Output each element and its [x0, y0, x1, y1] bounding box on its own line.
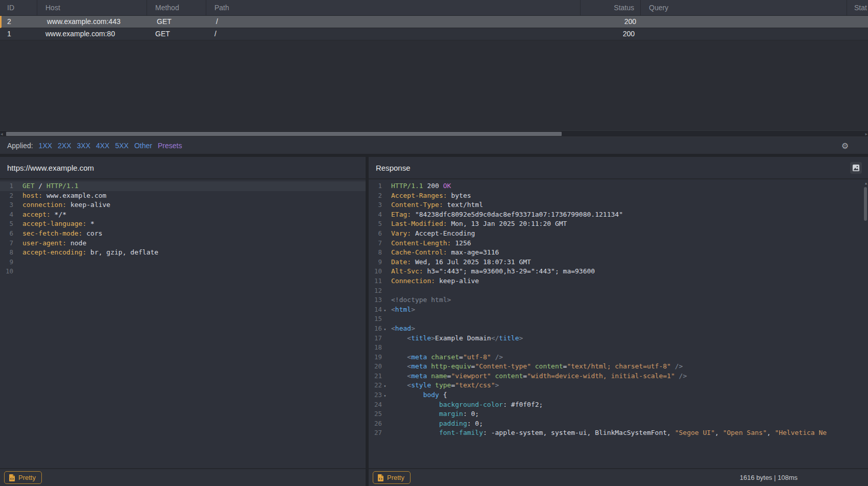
- render-image-button[interactable]: [850, 162, 862, 174]
- code-line: 26 padding: 0;: [369, 419, 868, 429]
- column-header-query[interactable]: Query: [641, 0, 847, 15]
- code-text: <meta name="viewport" content="width=dev…: [391, 372, 687, 381]
- fold-toggle-icon[interactable]: ▾: [382, 390, 388, 400]
- request-editor[interactable]: 1GET / HTTP/1.12host: www.example.com3co…: [0, 180, 366, 468]
- fold-spacer: [382, 200, 388, 210]
- column-header-host[interactable]: Host: [37, 0, 147, 15]
- line-number: 11: [369, 276, 382, 286]
- fold-spacer: [382, 372, 388, 381]
- response-panel-header: Response: [369, 157, 868, 179]
- column-header-status[interactable]: Status: [581, 0, 641, 15]
- response-title: Response: [376, 164, 411, 172]
- fold-spacer: [382, 229, 388, 239]
- table-row[interactable]: 1www.example.com:80GET/200: [0, 28, 868, 40]
- line-number: 22: [369, 381, 382, 390]
- fold-spacer: [13, 229, 19, 239]
- column-header-stat[interactable]: Stat: [847, 0, 868, 15]
- fold-spacer: [13, 239, 19, 248]
- cell-status: 200: [581, 28, 641, 40]
- code-line: 7Content-Length: 1256: [369, 239, 868, 248]
- line-number: 21: [369, 372, 382, 381]
- cell-method: GET: [147, 28, 206, 40]
- fold-spacer: [382, 258, 388, 267]
- filter-4xx[interactable]: 4XX: [96, 142, 109, 150]
- code-line: 5Last-Modified: Mon, 13 Jan 2025 20:11:2…: [369, 219, 868, 229]
- filter-1xx[interactable]: 1XX: [39, 142, 52, 150]
- code-text: connection: keep-alive: [22, 200, 110, 210]
- fold-spacer: [382, 219, 388, 229]
- filter-other[interactable]: Other: [134, 142, 152, 150]
- scroll-up-icon[interactable]: ▴: [865, 181, 867, 186]
- code-text: Vary: Accept-Encoding: [391, 229, 475, 239]
- fold-toggle-icon[interactable]: ▾: [382, 305, 388, 315]
- code-text: Accept-Ranges: bytes: [391, 191, 471, 201]
- filter-bar: Applied: 1XX2XX3XX4XX5XXOther Presets ⚙: [0, 137, 868, 154]
- code-line: 9: [0, 258, 366, 267]
- response-scrollbar-thumb[interactable]: [864, 187, 867, 221]
- fold-spacer: [13, 219, 19, 229]
- code-text: margin: 0;: [391, 409, 479, 419]
- fold-spacer: [382, 210, 388, 220]
- line-number: 19: [369, 353, 382, 362]
- filter-2xx[interactable]: 2XX: [58, 142, 71, 150]
- column-header-id[interactable]: ID: [0, 0, 37, 15]
- gear-icon[interactable]: ⚙: [841, 141, 849, 151]
- cell-stat: [847, 28, 868, 40]
- code-line: 3Content-Type: text/html: [369, 200, 868, 210]
- code-text: Last-Modified: Mon, 13 Jan 2025 20:11:20…: [391, 219, 567, 229]
- response-editor[interactable]: ▴ 1HTTP/1.1 200 OK2Accept-Ranges: bytes3…: [369, 180, 868, 468]
- code-text: accept-encoding: br, gzip, deflate: [22, 248, 158, 258]
- line-number: 6: [0, 229, 13, 239]
- fold-spacer: [382, 267, 388, 276]
- code-text: accept-language: *: [22, 219, 94, 229]
- code-text: <html>: [391, 305, 415, 315]
- response-footer: Pretty 1616 bytes | 108ms: [369, 468, 868, 486]
- filter-5xx[interactable]: 5XX: [115, 142, 128, 150]
- fold-spacer: [382, 409, 388, 419]
- line-number: 2: [0, 191, 13, 201]
- code-line: 8Cache-Control: max-age=3116: [369, 248, 868, 258]
- code-text: padding: 0;: [391, 419, 483, 429]
- fold-spacer: [382, 248, 388, 258]
- fold-toggle-icon[interactable]: ▾: [382, 324, 388, 334]
- code-text: background-color: #f0f0f2;: [391, 400, 543, 410]
- horizontal-scrollbar[interactable]: ◂ ▸: [0, 130, 868, 137]
- filter-3xx[interactable]: 3XX: [77, 142, 90, 150]
- response-pretty-button[interactable]: Pretty: [373, 471, 411, 484]
- code-text: Cache-Control: max-age=3116: [391, 248, 499, 258]
- code-line: 3connection: keep-alive: [0, 200, 366, 210]
- code-text: host: www.example.com: [22, 191, 106, 201]
- code-line: 25 margin: 0;: [369, 409, 868, 419]
- fold-spacer: [382, 400, 388, 410]
- column-header-method[interactable]: Method: [147, 0, 206, 15]
- code-text: Alt-Svc: h3=":443"; ma=93600,h3-29=":443…: [391, 267, 595, 276]
- scroll-left-icon[interactable]: ◂: [1, 131, 3, 136]
- line-number: 2: [369, 191, 382, 201]
- code-line: 27 font-family: -apple-system, system-ui…: [369, 428, 868, 438]
- cell-id: 1: [0, 28, 37, 40]
- table-header: IDHostMethodPathStatusQueryStat: [0, 0, 868, 16]
- horizontal-scrollbar-thumb[interactable]: [6, 132, 562, 136]
- fold-spacer: [382, 181, 388, 191]
- code-text: ETag: "84238dfc8092e5d9c0dac8ef93371a07:…: [391, 210, 623, 220]
- code-line: 8accept-encoding: br, gzip, deflate: [0, 248, 366, 258]
- code-line: 14▾<html>: [369, 305, 868, 315]
- line-number: 24: [369, 400, 382, 410]
- code-line: 17 <title>Example Domain</title>: [369, 334, 868, 343]
- code-line: 1HTTP/1.1 200 OK: [369, 181, 868, 191]
- scroll-right-icon[interactable]: ▸: [865, 131, 867, 136]
- fold-spacer: [13, 191, 19, 201]
- request-pretty-button[interactable]: Pretty: [4, 471, 42, 484]
- filter-presets[interactable]: Presets: [158, 142, 182, 150]
- cell-stat: [849, 16, 868, 28]
- table-row[interactable]: 2www.example.com:443GET/200: [0, 16, 868, 28]
- code-text: Connection: keep-alive: [391, 276, 479, 286]
- response-pretty-label: Pretty: [387, 474, 404, 481]
- fold-toggle-icon[interactable]: ▾: [382, 381, 388, 390]
- cell-host: www.example.com:80: [37, 28, 147, 40]
- code-line: 12: [369, 286, 868, 296]
- code-line: 9Date: Wed, 16 Jul 2025 18:07:31 GMT: [369, 258, 868, 267]
- column-header-path[interactable]: Path: [206, 0, 581, 15]
- fold-spacer: [382, 239, 388, 248]
- pretty-file-icon: [378, 474, 383, 481]
